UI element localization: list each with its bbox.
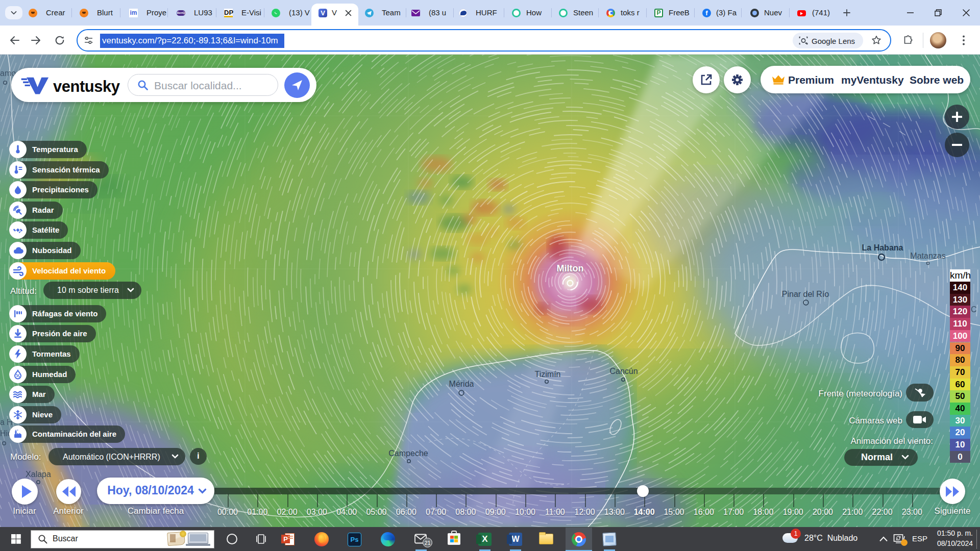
svg-text:La Habana: La Habana — [862, 243, 903, 252]
svg-text:Cancún: Cancún — [609, 367, 638, 375]
svg-text:Campeche: Campeche — [388, 449, 428, 458]
svg-text:Tizimín: Tizimín — [535, 370, 561, 379]
svg-text:Milton: Milton — [557, 263, 584, 273]
svg-text:Pinar del Río: Pinar del Río — [782, 290, 829, 298]
svg-text:Xalapa: Xalapa — [26, 470, 51, 479]
svg-text:Matanzas: Matanzas — [910, 252, 945, 260]
svg-text:C: C — [971, 305, 977, 314]
svg-text:Mérida: Mérida — [449, 380, 474, 388]
